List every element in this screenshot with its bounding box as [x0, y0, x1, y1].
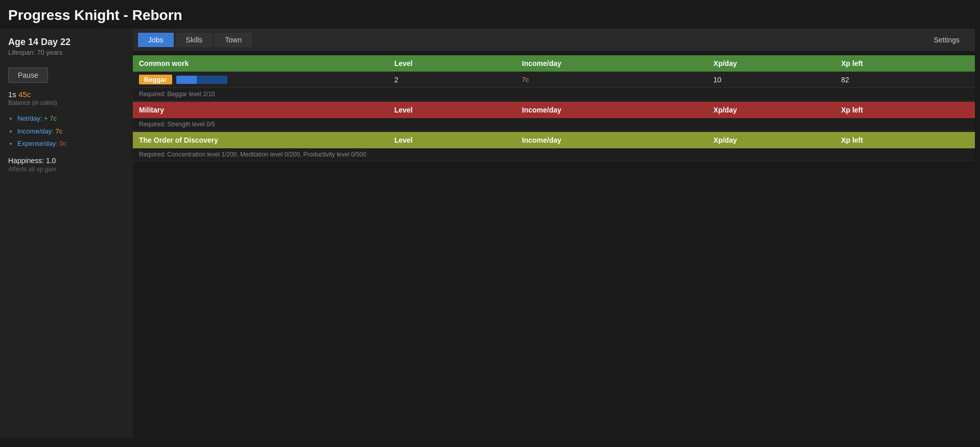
military-level-col: Level: [394, 106, 522, 114]
category-common-work: Common work Level Income/day Xp/day Xp l…: [133, 55, 975, 101]
beggar-name-cell: Beggar: [139, 75, 394, 84]
balance-silver: 1s: [8, 90, 16, 99]
military-header: Military Level Income/day Xp/day Xp left: [133, 102, 975, 118]
happiness-desc: Affects all xp gain: [8, 166, 125, 173]
happiness-value: 1.0: [46, 157, 56, 165]
order-discovery-income-col: Income/day: [522, 136, 714, 144]
stat-income-day: Income/day: 7c: [17, 125, 125, 138]
common-work-xpday-col: Xp/day: [713, 59, 841, 68]
common-work-income-col: Income/day: [522, 59, 714, 68]
order-discovery-xpleft-col: Xp left: [841, 136, 969, 144]
military-required: Required: Strength level 0/5: [133, 118, 975, 131]
beggar-xpday: 10: [713, 76, 841, 84]
content-area: Jobs Skills Town Settings Common work Le…: [133, 29, 980, 438]
tab-skills[interactable]: Skills: [176, 33, 213, 47]
beggar-badge: Beggar: [139, 75, 172, 84]
tab-town[interactable]: Town: [215, 33, 252, 47]
order-discovery-level-col: Level: [394, 136, 522, 144]
happiness-label: Happiness: 1.0: [8, 157, 125, 165]
sidebar: Age 14 Day 22 Lifespan: 70 years Pause 1…: [0, 29, 133, 438]
military-xpleft-col: Xp left: [841, 106, 969, 114]
common-work-xpleft-col: Xp left: [841, 59, 969, 68]
category-order-discovery: The Order of Discovery Level Income/day …: [133, 132, 975, 161]
happiness-section: Happiness: 1.0 Affects all xp gain: [8, 157, 125, 173]
age-label: Age 14 Day 22: [8, 37, 125, 48]
stats-list: Net/day: + 7c Income/day: 7c Expense/day…: [8, 113, 125, 150]
common-work-title: Common work: [139, 59, 394, 68]
order-discovery-xpday-col: Xp/day: [713, 136, 841, 144]
stat-expense-day: Expense/day: 0c: [17, 138, 125, 150]
common-work-header: Common work Level Income/day Xp/day Xp l…: [133, 55, 975, 72]
order-discovery-title: The Order of Discovery: [139, 136, 394, 144]
military-xpday-col: Xp/day: [713, 106, 841, 114]
balance-label: Balance (in coins): [8, 99, 125, 106]
beggar-xp-bar: [176, 76, 227, 84]
age-info: Age 14 Day 22 Lifespan: 70 years: [8, 37, 125, 56]
military-income-col: Income/day: [522, 106, 714, 114]
app-title: Progress Knight - Reborn: [0, 0, 980, 29]
category-military: Military Level Income/day Xp/day Xp left…: [133, 102, 975, 131]
beggar-xpleft: 82: [841, 76, 969, 84]
jobs-panel: Common work Level Income/day Xp/day Xp l…: [133, 55, 975, 161]
pause-button[interactable]: Pause: [8, 68, 48, 83]
balance-section: 1s 45c Balance (in coins): [8, 90, 125, 106]
military-title: Military: [139, 106, 394, 114]
balance-coins: 1s 45c: [8, 90, 125, 99]
common-work-required: Required: Beggar level 2/10: [133, 88, 975, 101]
stat-net-day: Net/day: + 7c: [17, 113, 125, 125]
order-discovery-header: The Order of Discovery Level Income/day …: [133, 132, 975, 148]
beggar-income: 7c: [522, 76, 714, 83]
beggar-xp-fill: [176, 76, 197, 84]
common-work-level-col: Level: [394, 59, 522, 68]
job-beggar[interactable]: Beggar 2 7c 10 82: [133, 72, 975, 88]
tab-bar: Jobs Skills Town Settings: [133, 29, 975, 51]
beggar-level: 2: [394, 76, 522, 84]
tab-jobs[interactable]: Jobs: [138, 33, 174, 47]
lifespan-label: Lifespan: 70 years: [8, 49, 125, 56]
settings-button[interactable]: Settings: [923, 33, 970, 47]
balance-copper: 45c: [18, 90, 31, 99]
order-discovery-required: Required: Concentration level 1/200, Med…: [133, 148, 975, 161]
